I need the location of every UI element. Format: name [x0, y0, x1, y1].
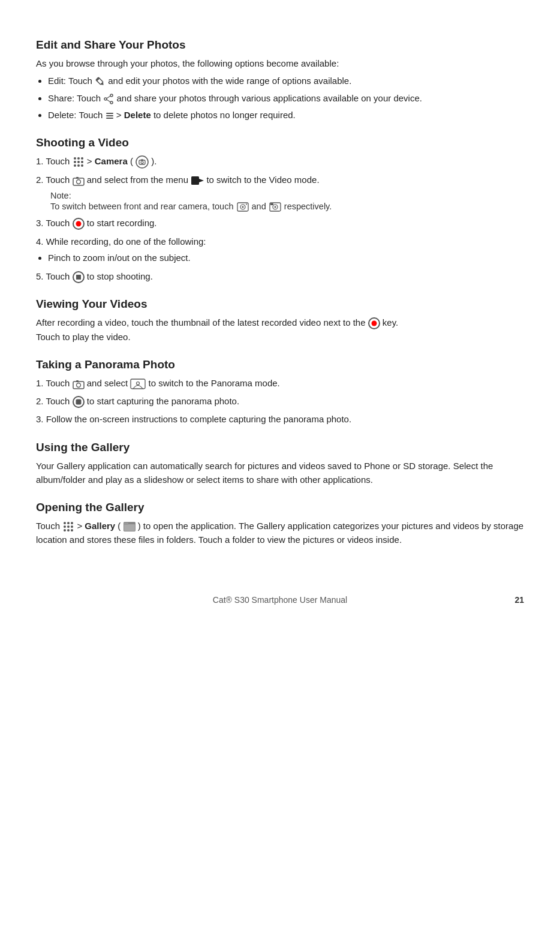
svg-point-44 — [71, 522, 73, 524]
step-1: 1. Touch > Camera ( ). — [36, 154, 524, 169]
step-2-text: and select from the menu — [87, 175, 191, 185]
edit-bullet: Edit: Touch and edit your photos with th… — [48, 74, 524, 88]
panorama-step-1: 1. Touch and select to switch to the Pan… — [36, 376, 524, 390]
svg-rect-26 — [76, 177, 79, 179]
svg-marker-1 — [101, 82, 105, 86]
stop-button-icon — [73, 271, 85, 283]
svg-line-7 — [107, 100, 110, 102]
step-2-num: 2. Touch — [36, 175, 73, 185]
note-block: Note: To switch between front and rear c… — [50, 191, 524, 214]
svg-point-14 — [74, 161, 76, 163]
step-1-middle: > Camera ( — [87, 156, 133, 166]
record-button-icon — [73, 218, 85, 230]
svg-point-16 — [81, 161, 83, 163]
camera-icon-2 — [73, 175, 85, 186]
svg-point-13 — [81, 157, 83, 160]
svg-rect-40 — [131, 379, 145, 389]
note-label: Note: — [50, 191, 524, 200]
svg-point-47 — [71, 525, 73, 528]
video-mode-icon — [191, 176, 204, 185]
svg-point-43 — [67, 522, 70, 524]
footer-text: Cat® S30 Smartphone User Manual — [36, 595, 524, 605]
using-gallery-section: Using the Gallery Your Gallery applicati… — [36, 441, 524, 487]
step-1-num: 1. Touch — [36, 156, 73, 166]
svg-rect-23 — [141, 160, 143, 161]
opening-gallery-text: Touch > Gallery ( ) to open the applicat… — [36, 519, 524, 547]
step-4: 4. While recording, do one of the follow… — [36, 235, 524, 265]
svg-rect-9 — [106, 115, 113, 116]
step-4-sub-list: Pinch to zoom in/out on the subject. — [48, 251, 524, 265]
camera-icon-pano — [73, 379, 85, 389]
edit-prefix: Edit: Touch — [48, 76, 95, 86]
viewing-videos-section: Viewing Your Videos After recording a vi… — [36, 298, 524, 344]
camera-circle-icon-1 — [136, 155, 149, 169]
svg-point-22 — [141, 161, 143, 164]
svg-point-5 — [104, 98, 107, 100]
apps-icon-gallery — [62, 521, 74, 533]
using-gallery-heading: Using the Gallery — [36, 441, 524, 454]
svg-rect-53 — [124, 522, 128, 525]
svg-point-42 — [64, 522, 66, 524]
gallery-folder-icon — [124, 522, 136, 531]
svg-point-17 — [74, 164, 76, 167]
viewing-videos-heading: Viewing Your Videos — [36, 298, 524, 311]
svg-point-19 — [81, 164, 83, 167]
panorama-step-2: 2. Touch to start capturing the panorama… — [36, 394, 524, 408]
svg-rect-36 — [270, 203, 273, 205]
share-prefix: Share: Touch — [48, 93, 103, 103]
shooting-video-heading: Shooting a Video — [36, 136, 524, 149]
note-text: To switch between front and rear camera,… — [50, 200, 524, 214]
viewing-videos-text: After recording a video, touch the thumb… — [36, 316, 524, 344]
apps-icon-1 — [73, 156, 85, 168]
svg-point-48 — [64, 529, 66, 531]
delete-bullet: Delete: Touch > Delete to delete photos … — [48, 108, 524, 122]
panorama-heading: Taking a Panorama Photo — [36, 358, 524, 371]
step-3: 3. Touch to start recording. — [36, 216, 524, 230]
edit-share-heading: Edit and Share Your Photos — [36, 38, 524, 52]
panorama-icon — [130, 379, 146, 389]
svg-point-50 — [71, 529, 73, 531]
menu-icon — [106, 110, 114, 121]
using-gallery-text: Your Gallery application can automatical… — [36, 459, 524, 487]
delete-suffix: to delete photos no longer required. — [151, 110, 296, 120]
svg-rect-39 — [76, 380, 79, 382]
panorama-step-3: 3. Follow the on-screen instructions to … — [36, 412, 524, 426]
svg-point-31 — [242, 206, 243, 208]
svg-line-6 — [107, 96, 110, 98]
svg-rect-27 — [191, 176, 199, 185]
step-1-end: ). — [151, 156, 156, 166]
edit-share-list: Edit: Touch and edit your photos with th… — [48, 74, 524, 122]
svg-rect-52 — [124, 524, 135, 531]
svg-point-12 — [77, 157, 80, 160]
note-and: and — [252, 202, 269, 211]
rear-camera-icon — [269, 200, 282, 214]
svg-point-11 — [74, 157, 76, 160]
svg-point-15 — [77, 161, 80, 163]
page-number: 21 — [514, 595, 524, 605]
svg-rect-10 — [106, 118, 113, 119]
share-bullet: Share: Touch and share your photos throu… — [48, 91, 524, 105]
shooting-video-section: Shooting a Video 1. Touch > Camera ( ). … — [36, 136, 524, 283]
step-5: 5. Touch to stop shooting. — [36, 269, 524, 283]
share-suffix: and share your photos through various ap… — [116, 93, 422, 103]
step-2-end: to switch to the Video mode. — [206, 175, 319, 185]
svg-rect-8 — [106, 113, 113, 114]
share-icon — [103, 94, 114, 104]
opening-gallery-heading: Opening the Gallery — [36, 501, 524, 514]
svg-point-4 — [110, 101, 113, 104]
svg-point-25 — [76, 180, 80, 184]
svg-point-46 — [67, 525, 70, 528]
panorama-section: Taking a Panorama Photo 1. Touch and sel… — [36, 358, 524, 427]
step-2: 2. Touch and select from the menu to swi… — [36, 173, 524, 187]
note-end: respectively. — [284, 202, 332, 211]
svg-point-32 — [246, 204, 247, 205]
svg-rect-24 — [73, 178, 84, 185]
delete-bold: Delete — [124, 110, 151, 120]
delete-prefix: Delete: Touch — [48, 110, 106, 120]
svg-rect-37 — [73, 382, 84, 389]
pencil-icon — [95, 76, 106, 87]
svg-point-41 — [137, 382, 140, 385]
svg-point-20 — [136, 156, 148, 168]
edit-share-intro: As you browse through your photos, the f… — [36, 56, 524, 70]
svg-point-3 — [110, 94, 113, 97]
